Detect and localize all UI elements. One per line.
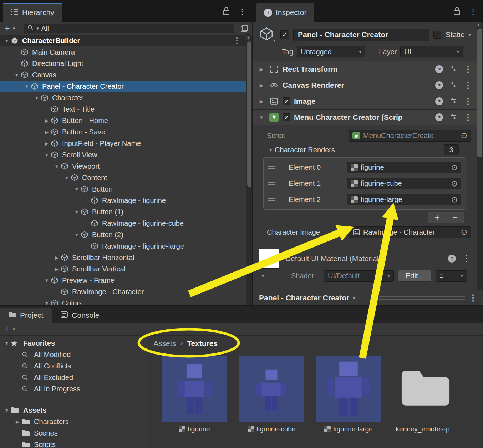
help-icon[interactable]: ? bbox=[435, 65, 443, 73]
project-item-all-in-progress[interactable]: All In Progress bbox=[0, 383, 148, 394]
foldout-icon[interactable]: ▼ bbox=[73, 187, 81, 192]
foldout-icon[interactable]: ▼ bbox=[259, 273, 267, 279]
foldout-icon[interactable]: ▶ bbox=[53, 255, 61, 260]
component-image[interactable]: ▶ ✓ Image ?⋮ bbox=[253, 93, 477, 109]
hierarchy-item-scroll-view[interactable]: ▼Scroll View bbox=[0, 149, 246, 161]
object-name-field[interactable]: Panel - Character Creator bbox=[293, 29, 429, 41]
drag-handle-icon[interactable] bbox=[268, 166, 275, 169]
scroll-down-icon[interactable]: ▼ bbox=[246, 34, 250, 40]
resize-grip[interactable] bbox=[379, 296, 465, 300]
component-enabled-checkbox[interactable]: ✓ bbox=[283, 113, 290, 121]
element-0-field[interactable]: figurine ⊙ bbox=[347, 162, 461, 173]
object-picker-icon[interactable]: ⊙ bbox=[461, 132, 467, 139]
project-item-scripts[interactable]: Scripts bbox=[0, 439, 148, 448]
foldout-icon[interactable]: ▶ bbox=[43, 129, 51, 135]
tab-hierarchy[interactable]: Hierarchy bbox=[3, 3, 62, 22]
hierarchy-item-button-2[interactable]: ▼Button (2) bbox=[0, 229, 246, 240]
project-item-all-modified[interactable]: All Modified bbox=[0, 349, 148, 360]
foldout-icon[interactable]: ▼ bbox=[23, 84, 31, 89]
component-enabled-checkbox[interactable]: ✓ bbox=[283, 97, 290, 105]
character-image-field[interactable]: RawImage - Character ⊙ bbox=[349, 226, 471, 238]
object-picker-icon[interactable]: ⊙ bbox=[461, 228, 467, 236]
foldout-icon[interactable]: ▶ bbox=[258, 99, 265, 104]
project-item-assets[interactable]: ▼Assets bbox=[0, 404, 148, 416]
hierarchy-item-panel-character-creator[interactable]: ▼Panel - Character Creator bbox=[0, 81, 246, 92]
help-icon[interactable]: ? bbox=[435, 81, 443, 89]
hierarchy-item-button-home[interactable]: ▶Button - Home bbox=[0, 115, 246, 126]
element-row-0[interactable]: Element 0 figurine ⊙ bbox=[264, 159, 466, 175]
foldout-icon[interactable]: ▼ bbox=[3, 408, 11, 413]
kebab-menu-icon[interactable]: ⋮ bbox=[233, 36, 241, 45]
array-size-field[interactable]: 3 bbox=[444, 144, 459, 155]
foldout-icon[interactable]: ▼ bbox=[3, 341, 11, 346]
component-menu-character-creator[interactable]: ▼ # ✓ Menu Character Creator (Scrip ?⋮ bbox=[253, 109, 477, 125]
project-item-all-conflicts[interactable]: All Conflicts bbox=[0, 360, 148, 372]
static-checkbox[interactable] bbox=[433, 31, 441, 39]
foldout-icon[interactable]: ▼ bbox=[63, 175, 71, 180]
add-asset-button[interactable]: + bbox=[4, 324, 10, 334]
hierarchy-item-button[interactable]: ▼Button bbox=[0, 183, 246, 195]
object-picker-icon[interactable]: ⊙ bbox=[451, 196, 458, 204]
asset-thumbnail[interactable] bbox=[162, 356, 227, 422]
remove-element-button[interactable]: − bbox=[446, 212, 464, 223]
scrollbar-thumb[interactable] bbox=[247, 41, 251, 187]
element-2-field[interactable]: figurine-large ⊙ bbox=[347, 194, 461, 205]
drag-handle-icon[interactable] bbox=[268, 182, 275, 185]
foldout-icon[interactable]: ▼ bbox=[43, 301, 51, 306]
hierarchy-item-button-save[interactable]: ▶Button - Save bbox=[0, 126, 246, 138]
hierarchy-item-scrollbar-vertical[interactable]: ▶Scrollbar Vertical bbox=[0, 263, 246, 275]
breadcrumb-textures[interactable]: Textures bbox=[187, 339, 218, 348]
project-item-characters[interactable]: ▶Characters bbox=[0, 416, 148, 427]
asset-thumbnail[interactable] bbox=[316, 356, 381, 422]
add-asset-dropdown-icon[interactable]: ▾ bbox=[13, 326, 15, 332]
hierarchy-search-input[interactable]: ▾ All bbox=[24, 24, 234, 33]
gameobject-icon[interactable]: ▾ bbox=[259, 26, 276, 43]
shader-options-dropdown[interactable]: ≡▾ bbox=[436, 270, 467, 282]
component-canvas-renderer[interactable]: ▶ Canvas Renderer ?⋮ bbox=[253, 77, 477, 93]
hierarchy-item-content[interactable]: ▼Content bbox=[0, 172, 246, 183]
foldout-icon[interactable]: ▶ bbox=[14, 419, 21, 424]
foldout-icon[interactable]: ▼ bbox=[73, 232, 81, 238]
element-row-2[interactable]: Element 2 figurine-large ⊙ bbox=[264, 192, 466, 208]
help-icon[interactable]: ? bbox=[448, 255, 456, 263]
inspector-scrollbar[interactable]: ▲ ▼ bbox=[477, 22, 483, 290]
kebab-menu-icon[interactable]: ⋮ bbox=[469, 294, 477, 302]
foldout-icon[interactable]: ▼ bbox=[3, 38, 11, 44]
scroll-down-icon[interactable]: ▼ bbox=[477, 21, 481, 27]
search-filter-dropdown-icon[interactable]: ▾ bbox=[36, 26, 39, 31]
tab-project[interactable]: Project bbox=[0, 308, 52, 323]
add-element-button[interactable]: + bbox=[428, 212, 446, 223]
drag-handle-icon[interactable] bbox=[268, 198, 275, 201]
preview-header[interactable]: Panel - Character Creator ▾ ⋮ bbox=[253, 290, 483, 305]
hierarchy-item-rawimage-figurine-cube[interactable]: RawImage - figurine-cube bbox=[0, 218, 246, 229]
object-picker-icon[interactable]: ⊙ bbox=[451, 164, 458, 172]
layer-dropdown[interactable]: UI▾ bbox=[400, 46, 463, 57]
foldout-icon[interactable]: ▼ bbox=[43, 278, 51, 283]
asset-figurine[interactable]: figurine bbox=[161, 356, 228, 433]
breadcrumb-assets[interactable]: Assets bbox=[153, 339, 176, 348]
foldout-icon[interactable]: ▼ bbox=[33, 95, 41, 101]
kebab-menu-icon[interactable]: ⋮ bbox=[464, 81, 472, 90]
foldout-icon[interactable]: ▼ bbox=[267, 147, 275, 153]
tag-dropdown[interactable]: Untagged▾ bbox=[297, 46, 365, 57]
hierarchy-item-rawimage-character[interactable]: RawImage - Character bbox=[0, 286, 246, 297]
asset-figurine-large[interactable]: figurine-large bbox=[315, 356, 382, 433]
project-item-favorites[interactable]: ▼★Favorites bbox=[0, 337, 148, 349]
object-picker-icon[interactable]: ⊙ bbox=[451, 180, 458, 188]
foldout-icon[interactable]: ▶ bbox=[53, 266, 61, 272]
hierarchy-item-directional-light[interactable]: Directional Light bbox=[0, 58, 246, 69]
foldout-icon[interactable]: ▼ bbox=[43, 152, 51, 158]
add-object-button[interactable]: + bbox=[4, 24, 10, 33]
kebab-menu-icon[interactable]: ⋮ bbox=[462, 254, 471, 263]
project-item-scenes[interactable]: Scenes bbox=[0, 427, 148, 439]
kebab-menu-icon[interactable]: ⋮ bbox=[238, 7, 246, 16]
help-icon[interactable]: ? bbox=[435, 97, 443, 105]
hierarchy-scrollbar[interactable]: ▲ ▼ bbox=[246, 35, 252, 305]
foldout-icon[interactable]: ▼ bbox=[53, 164, 61, 169]
project-item-all-excluded[interactable]: All Excluded bbox=[0, 372, 148, 383]
hierarchy-item-character[interactable]: ▼Character bbox=[0, 92, 246, 103]
scrollbar-thumb[interactable] bbox=[477, 28, 482, 157]
hierarchy-item-preview-frame[interactable]: ▼Preview - Frame bbox=[0, 275, 246, 286]
hierarchy-item-main-camera[interactable]: Main Camera bbox=[0, 46, 246, 58]
component-rect-transform[interactable]: ▶ Rect Transform ?⋮ bbox=[253, 61, 477, 77]
